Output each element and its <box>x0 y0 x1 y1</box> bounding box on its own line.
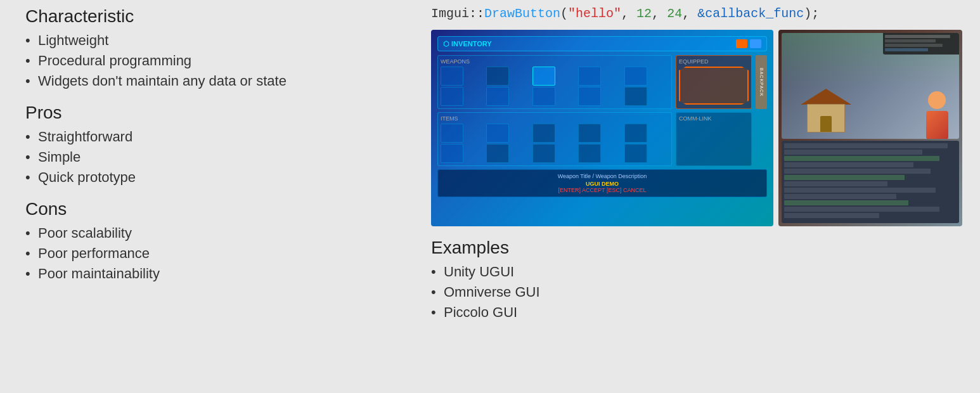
weapons-panel: WEAPONS <box>437 55 672 109</box>
items-section: ITEMS <box>437 112 767 166</box>
inspector-row <box>885 48 928 51</box>
console-row <box>784 181 887 186</box>
ugui-demo-label: UGUI DEMO <box>443 181 761 187</box>
item-cell <box>441 144 463 163</box>
inspector-row <box>885 39 936 42</box>
code-example: Imgui::DrawButton("hello", 12, 24, &call… <box>431 6 967 21</box>
console-row <box>784 207 939 212</box>
list-item: Simple <box>25 147 399 167</box>
side-panel-image <box>778 30 962 226</box>
equipped-cell <box>679 67 749 105</box>
item-cell <box>486 124 509 143</box>
weapon-cell <box>532 87 555 106</box>
list-item: Unity UGUI <box>431 262 967 282</box>
code-end: ); <box>804 6 819 21</box>
side-content <box>778 30 962 226</box>
house-roof <box>801 89 851 105</box>
console-row <box>784 150 922 155</box>
comm-link-label: COMM-LINK <box>679 115 749 122</box>
inventory-label: ⬡ INVENTORY <box>443 40 492 48</box>
weapon-cell <box>532 67 555 86</box>
cons-section: Cons Poor scalability Poor performance P… <box>25 199 399 284</box>
console-row <box>784 175 905 180</box>
item-cell <box>624 144 647 163</box>
character-element <box>921 91 953 136</box>
item-cell <box>441 124 463 143</box>
house-body <box>807 104 845 132</box>
equipped-panel: EQUIPPED <box>676 55 752 109</box>
characteristic-section: Characteristic Lightweight Procedural pr… <box>25 6 399 91</box>
game-footer: Weapon Title / Weapon Description UGUI D… <box>437 169 767 197</box>
code-class: Imgui:: <box>431 6 484 21</box>
pros-section: Pros Straightforward Simple Quick protot… <box>25 103 399 188</box>
inspector-row <box>885 44 943 47</box>
comm-link-panel: COMM-LINK <box>676 112 752 166</box>
characteristic-list: Lightweight Procedural programming Widge… <box>25 30 399 91</box>
right-panel: Imgui::DrawButton("hello", 12, 24, &call… <box>418 0 980 393</box>
code-comma2: , <box>652 6 667 21</box>
spacer <box>756 112 767 166</box>
console-row <box>784 169 931 174</box>
images-row: ⬡ INVENTORY WEAPONS <box>431 30 967 226</box>
game-header: ⬡ INVENTORY <box>437 36 767 51</box>
item-cell <box>578 124 601 143</box>
code-param: &callback_func <box>697 6 804 21</box>
console-row <box>784 200 908 205</box>
list-item: Poor scalability <box>25 223 399 243</box>
game-ui-image: ⬡ INVENTORY WEAPONS <box>431 30 773 226</box>
console-row <box>784 213 879 218</box>
controls-hint: [ENTER] ACCEPT [ESC] CANCEL <box>443 187 761 193</box>
editor-console-view <box>782 141 959 223</box>
editor-inspector-overlay <box>883 33 959 55</box>
console-row <box>784 156 939 161</box>
list-item: Poor performance <box>25 243 399 264</box>
backpack-bar: BACKPACK <box>756 55 767 109</box>
characteristic-title: Characteristic <box>25 6 399 27</box>
weapon-cell <box>624 87 647 106</box>
item-cell <box>624 124 647 143</box>
console-row <box>784 194 896 199</box>
list-item: Lightweight <box>25 30 399 51</box>
game-scene-view <box>782 33 959 139</box>
weapons-grid <box>441 67 669 106</box>
list-item: Omniverse GUI <box>431 282 967 302</box>
code-method: DrawButton <box>484 6 560 21</box>
char-head <box>928 91 946 109</box>
items-grid <box>441 124 669 163</box>
house-element <box>801 88 851 132</box>
game-ui-overlay: ⬡ INVENTORY WEAPONS <box>431 30 773 226</box>
char-body <box>926 111 948 139</box>
list-item: Piccolo GUI <box>431 302 967 323</box>
code-paren: ( <box>560 6 568 21</box>
list-item: Poor maintainability <box>25 264 399 284</box>
door <box>820 116 832 132</box>
equipped-label: EQUIPPED <box>679 58 749 65</box>
weapon-cell <box>486 87 509 106</box>
code-num2: 24 <box>667 6 682 21</box>
pros-title: Pros <box>25 103 399 123</box>
code-comma3: , <box>682 6 697 21</box>
examples-section: Examples Unity UGUI Omniverse GUI Piccol… <box>431 238 967 323</box>
cons-title: Cons <box>25 199 399 219</box>
item-cell <box>486 144 509 163</box>
weapon-cell <box>578 87 601 106</box>
cons-list: Poor scalability Poor performance Poor m… <box>25 223 399 284</box>
console-row <box>784 143 948 148</box>
game-main-section: WEAPONS <box>437 55 767 109</box>
list-item: Widgets don't maintain any data or state <box>25 71 399 91</box>
console-row <box>784 188 936 193</box>
item-cell <box>532 144 555 163</box>
weapon-cell <box>624 67 647 86</box>
code-num1: 12 <box>636 6 652 21</box>
weapon-cell <box>486 67 509 86</box>
weapon-info: Weapon Title / Weapon Description <box>443 173 761 179</box>
items-panel: ITEMS <box>437 112 672 166</box>
item-cell <box>578 144 601 163</box>
header-controls <box>736 39 761 48</box>
code-string: "hello" <box>568 6 621 21</box>
backpack-label: BACKPACK <box>759 68 764 97</box>
item-cell <box>532 124 555 143</box>
weapons-label: WEAPONS <box>441 58 669 65</box>
pros-list: Straightforward Simple Quick prototype <box>25 127 399 188</box>
weapon-cell <box>578 67 601 86</box>
